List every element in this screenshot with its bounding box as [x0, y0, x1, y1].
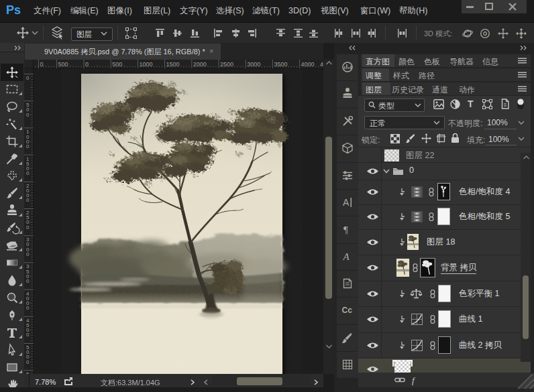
svg-text:A: A: [343, 197, 350, 208]
svg-text:0: 0: [85, 61, 89, 68]
svg-text:0: 0: [26, 75, 30, 81]
svg-text:0: 0: [26, 143, 30, 149]
svg-text:0: 0: [26, 197, 30, 203]
svg-text:¶: ¶: [343, 224, 348, 235]
svg-text:0: 0: [26, 278, 30, 284]
svg-text:0: 0: [26, 170, 30, 176]
svg-text:Cc: Cc: [342, 306, 353, 315]
svg-text:0: 0: [26, 224, 30, 231]
svg-text:0: 0: [26, 112, 30, 118]
svg-text:0: 0: [26, 359, 30, 365]
svg-text:0: 0: [26, 251, 30, 257]
svg-text:0: 0: [26, 305, 30, 311]
svg-text:0: 0: [26, 332, 30, 338]
svg-text:A: A: [343, 251, 350, 262]
